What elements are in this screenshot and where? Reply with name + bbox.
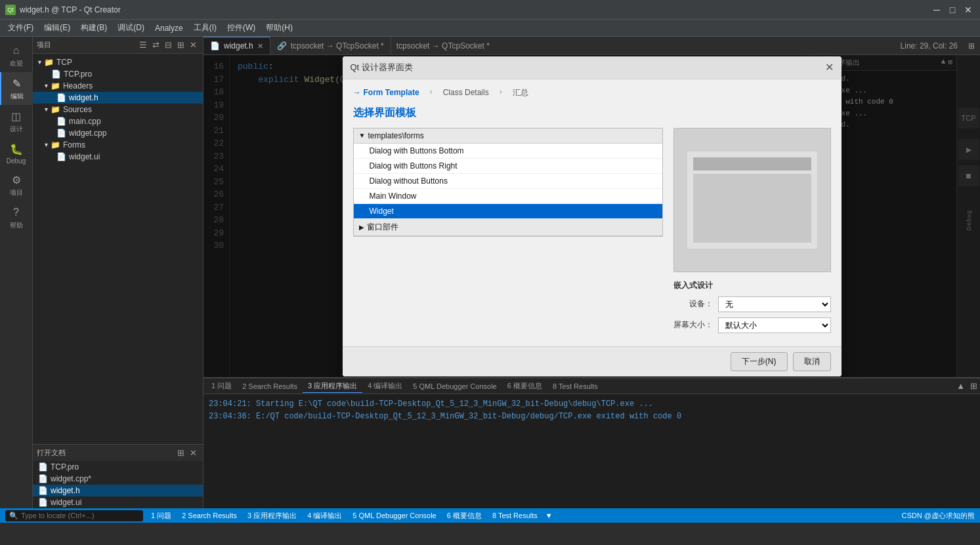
log-line-2: 23:04:36: E:/QT code/build-TCP-Desktop_Q… [209,411,975,423]
status-test[interactable]: 8 Test Results [490,512,540,519]
minimize-button[interactable]: ─ [930,3,943,16]
doc-widget-ui-icon: 📄 [38,498,48,507]
expand-tree-icon[interactable]: ⊞ [175,39,186,50]
open-doc-widget-cpp[interactable]: 📄 widget.cpp* [33,473,203,485]
status-search[interactable]: 2 Search Results [179,512,240,519]
device-label: 设备： [673,298,713,310]
filter-icon[interactable]: ☰ [137,39,149,50]
bottom-tab-qml[interactable]: 5 QML Debugger Console [408,381,501,392]
svg-rect-1 [693,157,811,171]
tree-item-tcp-root[interactable]: ▼ 📁 TCP [33,56,203,68]
status-app-output[interactable]: 3 应用程序输出 [245,511,299,521]
template-subgroup-header[interactable]: ▶ 窗口部件 [354,219,662,236]
bottom-tab-app-output[interactable]: 3 应用程序输出 [303,380,362,393]
bottom-tab-summary[interactable]: 6 概要信息 [502,380,547,392]
tree-item-forms[interactable]: ▼ 📁 Forms [33,139,203,151]
welcome-icon: ⌂ [9,43,24,58]
tree-item-widget-cpp[interactable]: 📄 widget.cpp [33,127,203,139]
tab-widget-h-close[interactable]: ✕ [257,42,263,50]
edit-label: 编辑 [11,92,24,101]
maximize-button[interactable]: □ [946,3,959,16]
status-qml[interactable]: 5 QML Debugger Console [350,512,438,519]
folder-sources-icon: 📁 [51,105,60,114]
status-dropdown-icon[interactable]: ▼ [545,512,553,519]
modal-next-button[interactable]: 下一步(N) [731,352,788,371]
sidebar-item-debug[interactable]: 🐛 Debug [0,138,33,169]
search-bar[interactable]: 🔍 [5,510,143,521]
tree-item-sources[interactable]: ▼ 📁 Sources [33,104,203,115]
menu-debug[interactable]: 调试(D) [112,21,150,35]
bottom-tab-test[interactable]: 8 Test Results [547,381,603,392]
template-item-dialog-bottom[interactable]: Dialog with Buttons Bottom [354,144,662,159]
bottom-maximize-icon[interactable]: ⊞ [970,381,977,391]
sidebar-item-help[interactable]: ? 帮助 [0,201,33,234]
template-subgroup-label: 窗口部件 [367,222,398,233]
bottom-expand-icon[interactable]: ▲ [956,381,965,391]
sidebar-item-welcome[interactable]: ⌂ 欢迎 [0,39,33,72]
embedded-design-section: 嵌入式设计 设备： 无 屏幕大小： [673,280,831,333]
menu-controls[interactable]: 控件(W) [222,21,261,35]
tree-arrow-tcp: ▼ [37,59,43,66]
close-panel-icon[interactable]: ✕ [188,39,199,50]
bottom-tab-issues[interactable]: 1 问题 [206,380,237,392]
wizard-step-form-template[interactable]: → Form Template [353,87,419,98]
status-summary[interactable]: 6 概要信息 [444,511,484,521]
menu-analyze[interactable]: Analyze [150,22,188,34]
status-compile[interactable]: 4 编译输出 [305,511,345,521]
sidebar-item-project[interactable]: ⚙ 项目 [0,169,33,201]
open-doc-widget-h[interactable]: 📄 widget.h [33,485,203,496]
menu-build[interactable]: 构建(B) [75,21,112,35]
tree-item-widget-ui[interactable]: 📄 widget.ui [33,151,203,163]
tab-bar: 📄 widget.h ✕ 🔗 tcpsocket → QTcpSocket * … [203,37,980,55]
left-panel: 项目 ☰ ⇄ ⊟ ⊞ ✕ ▼ 📁 TCP 📄 TCP.pro [33,37,203,508]
menu-tools[interactable]: 工具(I) [188,21,222,35]
help-icon: ? [9,205,24,220]
tree-label-widget-cpp: widget.cpp [69,129,106,138]
tab-tcpsocket[interactable]: 🔗 tcpsocket → QTcpSocket * [270,37,391,55]
tree-label-sources: Sources [63,105,92,114]
template-item-dialog-right[interactable]: Dialog with Buttons Right [354,159,662,174]
menu-help[interactable]: 帮助(H) [261,21,298,35]
search-input[interactable] [21,512,139,519]
bottom-tab-search[interactable]: 2 Search Results [237,381,303,392]
file-tree-header-left: 项目 [37,40,51,50]
sync-icon[interactable]: ⇄ [150,39,161,50]
modal-title-text: 选择界面模板 [353,107,416,118]
open-docs-expand-icon[interactable]: ⊞ [175,447,186,458]
template-group-header[interactable]: ▼ templates\forms [354,129,662,144]
template-item-dialog-right-label: Dialog with Buttons Right [370,161,458,171]
tree-item-headers[interactable]: ▼ 📁 Headers [33,80,203,92]
tab-line-info: Line: 29, Col: 26 [895,41,963,50]
tree-item-main-cpp[interactable]: 📄 main.cpp [33,115,203,127]
tab-widget-h[interactable]: 📄 widget.h ✕ [203,37,270,55]
tab-bar-expand-icon[interactable]: ⊞ [963,41,980,50]
template-item-main-window[interactable]: Main Window [354,189,662,204]
open-docs-title: 打开文档 [37,448,66,458]
subgroup-expand-arrow: ▶ [359,224,364,231]
sidebar-item-edit[interactable]: ✎ 编辑 [0,72,33,105]
device-select[interactable]: 无 [718,296,831,312]
tree-item-widget-h[interactable]: 📄 widget.h [33,92,203,104]
template-item-widget[interactable]: Widget [354,204,662,219]
wizard-step-summary[interactable]: 汇总 [513,87,528,98]
sidebar-item-design[interactable]: ◫ 设计 [0,105,33,138]
open-docs-header: 打开文档 ⊞ ✕ [33,445,203,461]
screen-size-select[interactable]: 默认大小 [718,317,831,333]
screen-size-label: 屏幕大小： [673,319,713,331]
template-item-dialog-no-buttons[interactable]: Dialog without Buttons [354,174,662,189]
modal-cancel-button[interactable]: 取消 [793,352,831,371]
menu-edit[interactable]: 编辑(E) [39,21,75,35]
open-doc-widget-ui[interactable]: 📄 widget.ui [33,496,203,508]
open-docs-panel: 打开文档 ⊞ ✕ 📄 TCP.pro 📄 widget.cpp* 📄 widge… [33,444,203,508]
wizard-step-class-details[interactable]: Class Details [443,87,489,98]
modal-close-button[interactable]: ✕ [825,62,834,73]
collapse-icon[interactable]: ⊟ [163,39,174,50]
bottom-tab-compile[interactable]: 4 编译输出 [362,380,408,392]
status-issues[interactable]: 1 问题 [148,511,174,521]
open-docs-header-controls: ⊞ ✕ [175,447,199,458]
open-docs-close-icon[interactable]: ✕ [188,447,199,458]
close-window-button[interactable]: ✕ [962,3,975,16]
open-doc-tcp-pro[interactable]: 📄 TCP.pro [33,461,203,473]
tree-item-tcp-pro[interactable]: 📄 TCP.pro [33,68,203,80]
menu-file[interactable]: 文件(F) [3,21,39,35]
